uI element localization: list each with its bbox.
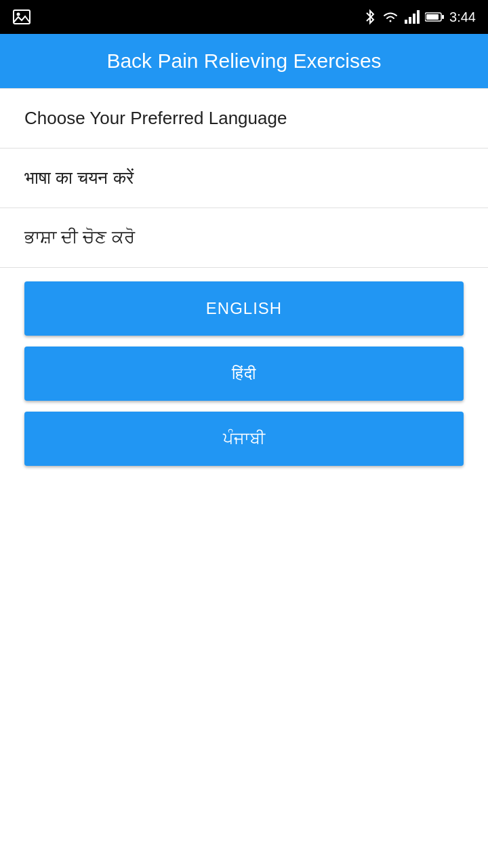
svg-rect-7	[426, 14, 439, 20]
bluetooth-icon	[364, 9, 376, 25]
svg-rect-5	[417, 10, 420, 24]
language-prompt-hindi: भाषा का चयन करें	[0, 149, 488, 208]
status-bar-left	[12, 7, 31, 26]
svg-rect-2	[405, 20, 407, 24]
gallery-icon	[12, 7, 31, 26]
svg-rect-3	[409, 17, 411, 24]
wifi-icon	[382, 10, 399, 24]
status-bar: 3:44	[0, 0, 488, 34]
language-prompt-english: Choose Your Preferred Language	[0, 89, 488, 148]
button-section: ENGLISH हिंदी ਪੰਜਾਬੀ	[0, 268, 488, 479]
svg-point-1	[17, 13, 20, 16]
app-title: Back Pain Relieving Exercises	[106, 50, 381, 73]
battery-icon	[425, 12, 444, 22]
svg-rect-8	[442, 15, 444, 19]
english-button[interactable]: ENGLISH	[24, 281, 464, 336]
content-area: Choose Your Preferred Language भाषा का च…	[0, 88, 488, 479]
svg-rect-4	[413, 14, 415, 24]
status-bar-right: 3:44	[364, 9, 476, 25]
svg-rect-0	[14, 10, 30, 24]
hindi-button[interactable]: हिंदी	[24, 347, 464, 401]
status-time: 3:44	[449, 9, 476, 25]
signal-icon	[405, 10, 420, 24]
app-header: Back Pain Relieving Exercises	[0, 34, 488, 88]
language-prompt-punjabi: ਭਾਸ਼ਾ ਦੀ ਚੋਣ ਕਰੋ	[0, 208, 488, 267]
punjabi-button[interactable]: ਪੰਜਾਬੀ	[24, 412, 464, 466]
